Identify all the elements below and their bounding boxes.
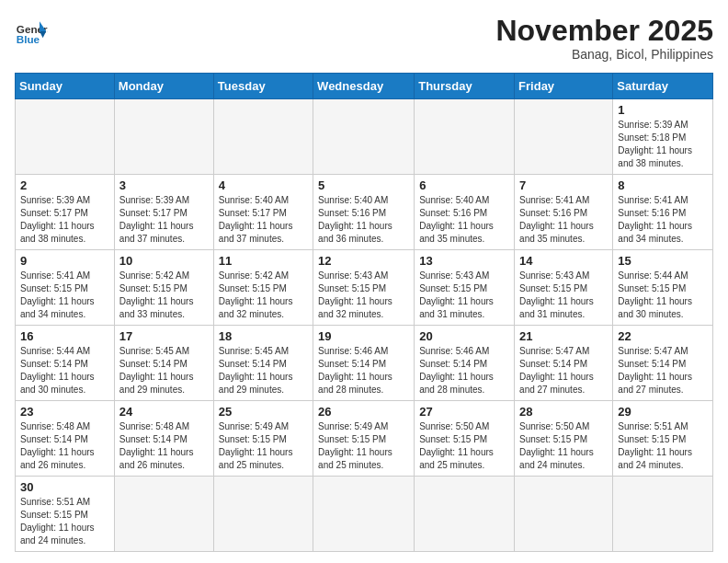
month-title: November 2025 — [495, 15, 713, 47]
header-sunday: Sunday — [16, 74, 115, 99]
header-monday: Monday — [114, 74, 213, 99]
day-number: 15 — [618, 254, 708, 268]
table-row: 18Sunrise: 5:45 AMSunset: 5:14 PMDayligh… — [213, 326, 313, 401]
day-info: Sunrise: 5:41 AMSunset: 5:16 PMDaylight:… — [519, 194, 608, 246]
day-info: Sunrise: 5:49 AMSunset: 5:15 PMDaylight:… — [318, 420, 409, 472]
day-number: 30 — [20, 480, 109, 494]
day-number: 22 — [618, 329, 708, 343]
table-row: 13Sunrise: 5:43 AMSunset: 5:15 PMDayligh… — [415, 250, 515, 326]
table-row: 4Sunrise: 5:40 AMSunset: 5:17 PMDaylight… — [213, 175, 313, 250]
table-row: 26Sunrise: 5:49 AMSunset: 5:15 PMDayligh… — [313, 401, 415, 477]
day-info: Sunrise: 5:42 AMSunset: 5:15 PMDaylight:… — [219, 270, 308, 321]
logo-icon: General Blue — [15, 15, 48, 48]
weekday-header-row: Sunday Monday Tuesday Wednesday Thursday… — [16, 74, 713, 99]
page-header: General Blue November 2025 Banag, Bicol,… — [15, 15, 713, 62]
table-row: 24Sunrise: 5:48 AMSunset: 5:14 PMDayligh… — [114, 401, 213, 477]
table-row: 15Sunrise: 5:44 AMSunset: 5:15 PMDayligh… — [613, 250, 713, 326]
table-row: 14Sunrise: 5:43 AMSunset: 5:15 PMDayligh… — [515, 250, 613, 326]
table-row: 17Sunrise: 5:45 AMSunset: 5:14 PMDayligh… — [114, 326, 213, 401]
header-thursday: Thursday — [415, 74, 515, 99]
day-info: Sunrise: 5:41 AMSunset: 5:16 PMDaylight:… — [618, 194, 708, 246]
day-number: 13 — [419, 254, 509, 268]
day-info: Sunrise: 5:41 AMSunset: 5:15 PMDaylight:… — [20, 270, 109, 321]
day-number: 20 — [419, 329, 509, 343]
table-row — [313, 99, 415, 175]
day-info: Sunrise: 5:49 AMSunset: 5:15 PMDaylight:… — [219, 420, 308, 472]
table-row: 6Sunrise: 5:40 AMSunset: 5:16 PMDaylight… — [415, 175, 515, 250]
day-info: Sunrise: 5:48 AMSunset: 5:14 PMDaylight:… — [119, 420, 209, 472]
table-row — [415, 477, 515, 552]
day-info: Sunrise: 5:39 AMSunset: 5:17 PMDaylight:… — [119, 194, 209, 246]
table-row: 30Sunrise: 5:51 AMSunset: 5:15 PMDayligh… — [16, 477, 115, 552]
table-row: 21Sunrise: 5:47 AMSunset: 5:14 PMDayligh… — [515, 326, 613, 401]
table-row: 11Sunrise: 5:42 AMSunset: 5:15 PMDayligh… — [213, 250, 313, 326]
header-wednesday: Wednesday — [313, 74, 415, 99]
calendar-row-6: 30Sunrise: 5:51 AMSunset: 5:15 PMDayligh… — [16, 477, 713, 552]
day-info: Sunrise: 5:50 AMSunset: 5:15 PMDaylight:… — [419, 420, 509, 472]
day-number: 12 — [318, 254, 409, 268]
day-number: 1 — [618, 103, 708, 117]
day-number: 3 — [119, 178, 209, 192]
calendar-row-5: 23Sunrise: 5:48 AMSunset: 5:14 PMDayligh… — [16, 401, 713, 477]
table-row: 23Sunrise: 5:48 AMSunset: 5:14 PMDayligh… — [16, 401, 115, 477]
day-number: 26 — [318, 405, 409, 419]
day-number: 6 — [419, 178, 509, 192]
svg-text:Blue: Blue — [17, 33, 40, 45]
table-row: 29Sunrise: 5:51 AMSunset: 5:15 PMDayligh… — [613, 401, 713, 477]
calendar-row-3: 9Sunrise: 5:41 AMSunset: 5:15 PMDaylight… — [16, 250, 713, 326]
day-info: Sunrise: 5:51 AMSunset: 5:15 PMDaylight:… — [20, 496, 109, 547]
day-number: 24 — [119, 405, 209, 419]
table-row: 27Sunrise: 5:50 AMSunset: 5:15 PMDayligh… — [415, 401, 515, 477]
title-block: November 2025 Banag, Bicol, Philippines — [495, 15, 713, 62]
day-number: 2 — [20, 178, 109, 192]
day-info: Sunrise: 5:40 AMSunset: 5:16 PMDaylight:… — [318, 194, 409, 246]
table-row — [613, 477, 713, 552]
day-info: Sunrise: 5:45 AMSunset: 5:14 PMDaylight:… — [219, 345, 308, 396]
logo: General Blue — [15, 15, 48, 48]
table-row: 25Sunrise: 5:49 AMSunset: 5:15 PMDayligh… — [213, 401, 313, 477]
day-info: Sunrise: 5:46 AMSunset: 5:14 PMDaylight:… — [318, 345, 409, 396]
table-row: 8Sunrise: 5:41 AMSunset: 5:16 PMDaylight… — [613, 175, 713, 250]
table-row — [114, 99, 213, 175]
table-row: 5Sunrise: 5:40 AMSunset: 5:16 PMDaylight… — [313, 175, 415, 250]
day-number: 18 — [219, 329, 308, 343]
day-info: Sunrise: 5:44 AMSunset: 5:14 PMDaylight:… — [20, 345, 109, 396]
day-info: Sunrise: 5:47 AMSunset: 5:14 PMDaylight:… — [519, 345, 608, 396]
day-number: 9 — [20, 254, 109, 268]
day-number: 23 — [20, 405, 109, 419]
day-info: Sunrise: 5:43 AMSunset: 5:15 PMDaylight:… — [519, 270, 608, 321]
calendar-row-2: 2Sunrise: 5:39 AMSunset: 5:17 PMDaylight… — [16, 175, 713, 250]
table-row — [213, 477, 313, 552]
day-info: Sunrise: 5:43 AMSunset: 5:15 PMDaylight:… — [318, 270, 409, 321]
day-number: 8 — [618, 178, 708, 192]
day-info: Sunrise: 5:51 AMSunset: 5:15 PMDaylight:… — [618, 420, 708, 472]
day-number: 28 — [519, 405, 608, 419]
day-info: Sunrise: 5:48 AMSunset: 5:14 PMDaylight:… — [20, 420, 109, 472]
table-row: 20Sunrise: 5:46 AMSunset: 5:14 PMDayligh… — [415, 326, 515, 401]
day-number: 19 — [318, 329, 409, 343]
header-saturday: Saturday — [613, 74, 713, 99]
table-row: 22Sunrise: 5:47 AMSunset: 5:14 PMDayligh… — [613, 326, 713, 401]
table-row: 12Sunrise: 5:43 AMSunset: 5:15 PMDayligh… — [313, 250, 415, 326]
table-row: 19Sunrise: 5:46 AMSunset: 5:14 PMDayligh… — [313, 326, 415, 401]
day-info: Sunrise: 5:42 AMSunset: 5:15 PMDaylight:… — [119, 270, 209, 321]
day-number: 29 — [618, 405, 708, 419]
day-number: 21 — [519, 329, 608, 343]
table-row — [415, 99, 515, 175]
day-info: Sunrise: 5:43 AMSunset: 5:15 PMDaylight:… — [419, 270, 509, 321]
day-info: Sunrise: 5:39 AMSunset: 5:18 PMDaylight:… — [618, 119, 708, 170]
day-number: 10 — [119, 254, 209, 268]
day-info: Sunrise: 5:50 AMSunset: 5:15 PMDaylight:… — [519, 420, 608, 472]
day-info: Sunrise: 5:46 AMSunset: 5:14 PMDaylight:… — [419, 345, 509, 396]
table-row: 9Sunrise: 5:41 AMSunset: 5:15 PMDaylight… — [16, 250, 115, 326]
header-friday: Friday — [515, 74, 613, 99]
table-row — [16, 99, 115, 175]
table-row: 2Sunrise: 5:39 AMSunset: 5:17 PMDaylight… — [16, 175, 115, 250]
calendar-table: Sunday Monday Tuesday Wednesday Thursday… — [15, 73, 713, 552]
day-number: 25 — [219, 405, 308, 419]
table-row: 16Sunrise: 5:44 AMSunset: 5:14 PMDayligh… — [16, 326, 115, 401]
day-number: 7 — [519, 178, 608, 192]
calendar-row-4: 16Sunrise: 5:44 AMSunset: 5:14 PMDayligh… — [16, 326, 713, 401]
location: Banag, Bicol, Philippines — [495, 47, 713, 62]
day-info: Sunrise: 5:47 AMSunset: 5:14 PMDaylight:… — [618, 345, 708, 396]
